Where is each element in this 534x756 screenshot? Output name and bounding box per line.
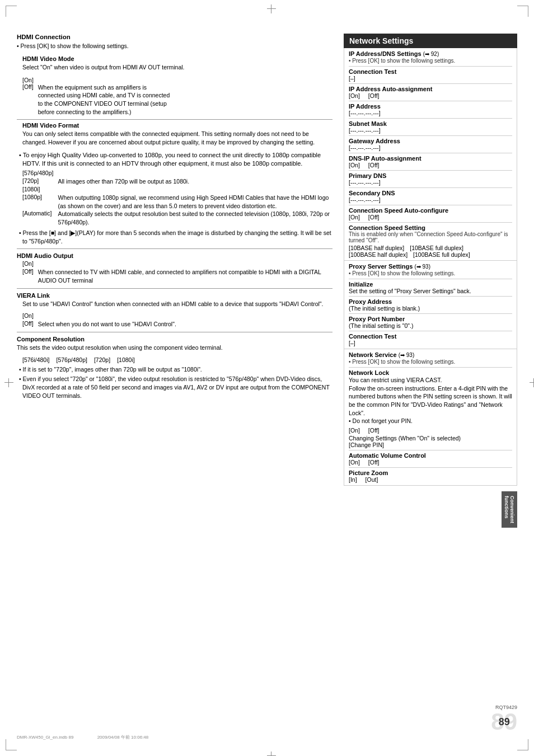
network-settings-title: Network Settings bbox=[349, 36, 413, 45]
ip-auto-label: IP Address Auto-assignment bbox=[349, 86, 512, 92]
subnet-mask-label: Subnet Mask bbox=[349, 120, 512, 127]
network-service-title: Network Service bbox=[349, 351, 397, 358]
initialize-desc: Set the setting of "Proxy Server Setting… bbox=[349, 288, 512, 294]
proxy-conn-test-label: Connection Test bbox=[349, 333, 512, 340]
ip-auto-on: [On] bbox=[349, 92, 360, 99]
connection-test-value: [–] bbox=[349, 75, 512, 82]
bottom-file-info: DMR-XW450_Gl_en.indb 89 2009/04/08 午前 10… bbox=[17, 734, 148, 740]
hdmi-video-mode-desc: Select "On" when video is output from HD… bbox=[17, 63, 332, 72]
network-service-section: Network Service (➡ 93) • Press [OK] to s… bbox=[344, 349, 517, 485]
hdmi-connection-title: HDMI Connection bbox=[17, 34, 332, 40]
table-row: [1080i] bbox=[22, 186, 332, 194]
proxy-port-desc: (The initial setting is "0".) bbox=[349, 322, 512, 329]
viera-link-desc: Set to use "HDAVI Control" function when… bbox=[17, 300, 332, 308]
hdmi-video-mode-on: [On] bbox=[17, 77, 332, 83]
proxy-conn-test-value: [–] bbox=[349, 340, 512, 346]
conn-speed-10half: [10BASE half duplex] bbox=[349, 245, 404, 251]
divider3 bbox=[17, 288, 332, 289]
conn-speed-auto-on: [On] bbox=[349, 214, 360, 220]
ip-auto-off: [Off] bbox=[368, 92, 380, 99]
network-lock-desc: You can restrict using VIERA CAST.Follow… bbox=[349, 376, 512, 425]
ip-dns-subtitle: • Press [OK] to show the following setti… bbox=[349, 58, 512, 64]
primary-dns-value: [---.---.---.---] bbox=[349, 179, 512, 186]
proxy-title: Proxy Server Settings bbox=[349, 263, 413, 270]
table-row: [Off] Select when you do not want to use… bbox=[22, 320, 176, 328]
ip-dns-title: IP Address/DNS Settings bbox=[349, 50, 421, 57]
bottom-file: DMR-XW450_Gl_en.indb 89 bbox=[17, 735, 73, 740]
subnet-mask-value: [---.---.---.---] bbox=[349, 127, 512, 134]
hdmi-video-mode-title: HDMI Video Mode bbox=[17, 55, 332, 62]
dns-ip-auto-on: [On] bbox=[349, 162, 360, 168]
proxy-port-label: Proxy Port Number bbox=[349, 316, 512, 322]
left-column: HDMI Connection • Press [OK] to show the… bbox=[17, 34, 332, 528]
divider2 bbox=[17, 248, 332, 249]
divider4 bbox=[17, 332, 332, 332]
hdmi-video-mode-options: [Off] When the equipment such as amplifi… bbox=[22, 83, 170, 116]
picture-zoom-out: [Out] bbox=[366, 476, 378, 483]
auto-volume-label: Automatic Volume Control bbox=[349, 452, 512, 459]
hdmi-video-format-bullet1: • To enjoy High Quality Video up-convert… bbox=[17, 151, 332, 168]
hdmi-connection-section: HDMI Connection • Press [OK] to show the… bbox=[17, 34, 332, 249]
secondary-dns-value: [---.---.---.---] bbox=[349, 196, 512, 203]
component-resolution-options-row: [576i/480i] [576p/480p] [720p] [1080i] bbox=[17, 356, 332, 363]
table-row: [1080p] When outputting 1080p signal, we… bbox=[22, 194, 332, 210]
component-res-bullet2: • Even if you select "720p" or "1080i", … bbox=[17, 375, 332, 400]
hdmi-video-format-title: HDMI Video Format bbox=[17, 122, 332, 129]
gateway-address-label: Gateway Address bbox=[349, 138, 512, 144]
picture-zoom-label: Picture Zoom bbox=[349, 469, 512, 476]
right-column: Network Settings IP Address/DNS Settings… bbox=[344, 34, 517, 528]
auto-volume-on: [On] bbox=[349, 459, 360, 466]
conn-speed-auto-off: [Off] bbox=[368, 214, 380, 220]
divider bbox=[17, 119, 332, 120]
ip-address-value: [---.---.---.---] bbox=[349, 110, 512, 116]
connection-test-label: Connection Test bbox=[349, 68, 512, 75]
table-row: [Off] When the equipment such as amplifi… bbox=[22, 83, 170, 116]
proxy-subtitle: • Press [OK] to show the following setti… bbox=[349, 270, 512, 276]
ip-dns-settings-section: IP Address/DNS Settings (➡ 92) • Press [… bbox=[344, 48, 517, 261]
proxy-address-label: Proxy Address bbox=[349, 298, 512, 305]
dns-ip-auto-label: DNS-IP Auto-assignment bbox=[349, 155, 512, 162]
component-resolution-title: Component Resolution bbox=[17, 336, 332, 342]
network-content: IP Address/DNS Settings (➡ 92) • Press [… bbox=[344, 48, 517, 486]
picture-zoom-in: [In] bbox=[349, 476, 357, 483]
network-settings-header: Network Settings bbox=[344, 34, 517, 48]
component-resolution-section: Component Resolution This sets the video… bbox=[17, 336, 332, 400]
table-row: [720p] All images other than 720p will b… bbox=[22, 177, 332, 186]
hdmi-audio-output-options: [Off] When connected to TV with HDMI cab… bbox=[22, 268, 332, 284]
conn-speed-100full: [100BASE full duplex] bbox=[413, 251, 470, 258]
secondary-dns-label: Secondary DNS bbox=[349, 190, 512, 196]
hdmi-video-format-options: [576p/480p] [720p] All images other than… bbox=[22, 170, 332, 226]
network-lock-off: [Off] bbox=[368, 427, 380, 434]
network-service-subtitle: • Press [OK] to show the following setti… bbox=[349, 359, 512, 365]
page-number-area: RQT9429 89 89 bbox=[491, 705, 517, 734]
sidebar-tab: Convenientfunctions bbox=[502, 491, 517, 528]
ip-address-label: IP Address bbox=[349, 103, 512, 110]
conn-speed-auto-label: Connection Speed Auto-configure bbox=[349, 207, 512, 214]
hdmi-audio-output-section: HDMI Audio Output [On] [Off] When connec… bbox=[17, 252, 332, 288]
initialize-label: Initialize bbox=[349, 281, 512, 288]
component-resolution-desc: This sets the video output resolution wh… bbox=[17, 344, 332, 352]
network-lock-label: Network Lock bbox=[349, 369, 512, 376]
conn-speed-setting-label: Connection Speed Setting bbox=[349, 224, 512, 231]
conn-speed-10full: [10BASE full duplex] bbox=[410, 245, 463, 251]
gateway-address-value: [---.---.---.---] bbox=[349, 144, 512, 151]
hdmi-connection-intro: • Press [OK] to show the following setti… bbox=[17, 42, 332, 51]
viera-link-options: [Off] Select when you do not want to use… bbox=[22, 320, 176, 328]
sidebar-tab-label: Convenientfunctions bbox=[504, 496, 515, 523]
table-row: [Off] When connected to TV with HDMI cab… bbox=[22, 268, 332, 284]
page-number-fg: 89 bbox=[499, 716, 510, 728]
bottom-date: 2009/04/08 午前 10:06:48 bbox=[97, 735, 149, 740]
proxy-address-desc: (The initial setting is blank.) bbox=[349, 305, 512, 312]
conn-speed-100half: [100BASE half duplex] bbox=[349, 251, 407, 258]
change-pin-btn: [Change PIN] bbox=[349, 442, 512, 448]
proxy-server-section: Proxy Server Settings (➡ 93) • Press [OK… bbox=[344, 261, 517, 349]
dns-ip-auto-off: [Off] bbox=[368, 162, 380, 168]
hdmi-video-format-note: • Press the [■] and [▶](PLAY) for more t… bbox=[17, 229, 332, 245]
viera-link-title: VIERA Link bbox=[17, 292, 332, 299]
auto-volume-off: [Off] bbox=[368, 459, 380, 466]
component-res-bullet1: • If it is set to "720p", images other t… bbox=[17, 365, 332, 374]
change-pin-when: Changing Settings (When "On" is selected… bbox=[349, 435, 512, 442]
network-lock-on: [On] bbox=[349, 427, 360, 434]
table-row: [576p/480p] bbox=[22, 170, 332, 177]
viera-link-section: VIERA Link Set to use "HDAVI Control" fu… bbox=[17, 292, 332, 332]
